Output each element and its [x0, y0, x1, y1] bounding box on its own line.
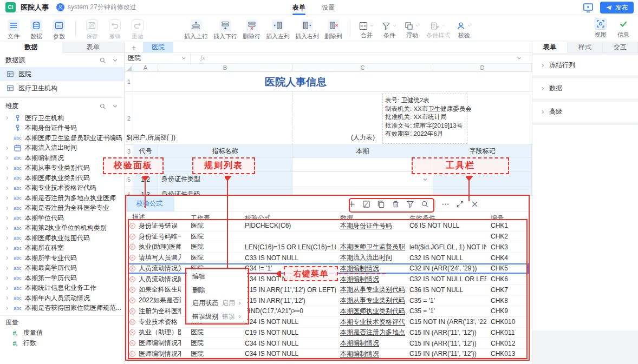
cell[interactable] — [433, 187, 532, 195]
sheet-tab-hospital[interactable]: 医院 — [143, 42, 173, 52]
chevron-down-icon[interactable] — [112, 103, 119, 110]
header-cell-current[interactable]: 本期 — [292, 145, 433, 157]
data-field-link[interactable]: 本期医师卫生监督员职业证书编码 — [340, 243, 405, 250]
toolbar-button-disabled[interactable]: 重做 — [126, 17, 149, 41]
toolbar-dropdown-button[interactable]: 校验 — [453, 18, 476, 39]
select-all-corner[interactable] — [125, 64, 133, 71]
toolbar-button[interactable]: 插入右列 — [292, 17, 322, 41]
dimension-item[interactable]: abc 本期第2执业单位的机构类别 — [0, 223, 124, 234]
datasource-item[interactable]: 医院 — [0, 67, 124, 81]
column-header-d[interactable]: D — [433, 64, 532, 71]
collapsible-section[interactable]: 数据 — [532, 78, 638, 98]
header-cell-fieldmark[interactable]: 字段标记 — [433, 145, 532, 157]
toolbar-dropdown-button[interactable]: 条件 — [378, 18, 401, 39]
plus-icon[interactable] — [348, 200, 356, 208]
data-field-link[interactable]: 本期从事专业类别代码 — [340, 286, 405, 293]
col-header-desc[interactable]: 描述 — [128, 214, 184, 220]
cell-name-box[interactable]: 医院 — [125, 53, 191, 63]
department-variable[interactable]: $(用户.所属部门) — [127, 133, 175, 142]
row-number[interactable]: 6 — [125, 187, 133, 195]
dimension-item[interactable]: abc 本期医师执业类别代码 — [0, 173, 124, 183]
chevron-down-icon[interactable] — [112, 57, 119, 64]
dimension-item[interactable]: abc 本期是否获得国家住院医师规范... — [0, 303, 124, 314]
dimension-item[interactable]: abc 本期医师卫生监督员职业证书编码 — [0, 133, 124, 143]
toolbar-button[interactable]: x= 参数 — [48, 17, 70, 41]
search-icon[interactable] — [99, 103, 106, 110]
right-tab-interaction[interactable]: 交互 — [603, 42, 638, 53]
cell[interactable] — [292, 158, 433, 171]
row-number[interactable]: 3 — [125, 145, 133, 158]
data-field-link[interactable]: 本期是否注册为多地点执业医师 — [340, 328, 405, 336]
input-cell-dropdown[interactable] — [292, 172, 433, 187]
indicator-cell[interactable]: 身份证件号码 — [158, 187, 292, 195]
info-button[interactable]: 信息 — [612, 15, 635, 39]
toolbar-button[interactable]: 插入上行 — [181, 17, 211, 41]
datasource-item[interactable]: 医疗卫生机构 — [0, 81, 124, 95]
sidebar-tab-form[interactable]: 表单 — [62, 42, 125, 53]
toolbar-button[interactable]: 删除行 — [240, 17, 263, 41]
right-tab-form[interactable]: 表单 — [532, 42, 568, 53]
context-menu-item[interactable]: 启用状态 启用 — [187, 296, 247, 310]
publish-button[interactable]: 发布 — [600, 2, 634, 14]
rule-row[interactable]: 执业(助理)医师须填15位 医院 LEN(C16)=15 OR LEN(C16)… — [128, 242, 529, 253]
measure-item[interactable]: #, 行数 — [0, 338, 124, 348]
row-number[interactable]: 1 — [125, 72, 133, 92]
col-header-code[interactable]: 编号 — [486, 214, 529, 220]
input-cell[interactable] — [292, 187, 433, 195]
toolbar-button[interactable]: 文件 — [2, 17, 25, 41]
dimension-item[interactable]: abc 本期所学专业代码 — [0, 253, 124, 263]
row-number[interactable]: 4 — [125, 158, 133, 172]
toolbar-dropdown-button[interactable]: 合并 — [355, 18, 378, 39]
header-cell-code[interactable]: 代号 — [133, 145, 158, 157]
sidebar-tab-data[interactable]: 数据 — [0, 42, 62, 53]
filter-icon[interactable] — [406, 200, 414, 208]
copy-icon[interactable] — [377, 200, 385, 208]
tab-settings[interactable]: 设置 — [322, 0, 335, 15]
col-header-condition[interactable]: 生效条件 — [405, 214, 486, 220]
collapsible-section[interactable]: 冻结行列 — [532, 55, 638, 75]
dimension-item[interactable]: abc 本期是否注册为全科医学专业 — [0, 203, 124, 214]
collapse-chevron-icon[interactable] — [516, 55, 522, 61]
preview-icon[interactable] — [583, 2, 594, 13]
view-button[interactable]: 视图 — [589, 15, 612, 39]
dimension-item[interactable]: abc 本期从事专业类别代码 — [0, 163, 124, 174]
toolbar-button[interactable]: 删除列 — [322, 17, 345, 41]
collapsible-section[interactable]: 高级 — [532, 102, 638, 122]
dimension-item[interactable]: 医疗卫生机构 — [0, 113, 124, 123]
expand-icon[interactable] — [456, 200, 464, 208]
toolbar-button-disabled[interactable]: 撤销 — [103, 17, 126, 41]
rule-row[interactable]: 身份证号错误 医院 PIDCHECK(C6) 本期身份证件号码 C6 IS NO… — [128, 221, 529, 231]
toolbar-dropdown-button[interactable]: 条件样式 — [424, 18, 453, 39]
cell[interactable] — [158, 158, 292, 171]
toolbar-button-disabled[interactable]: 保存 — [81, 17, 103, 41]
dimension-item[interactable]: abc 本期统计信息化业务工作 — [0, 283, 124, 294]
context-menu-item[interactable]: 删除 — [187, 283, 247, 297]
context-menu-item[interactable]: 错误级别 错误 — [187, 310, 247, 323]
rule-row[interactable]: 医师编制情况不能为空 医院 C34 IS NOT NULL 本期编制情况 C15… — [128, 349, 529, 360]
cell[interactable] — [133, 158, 158, 171]
dimension-item[interactable]: 本期身份证件号码 — [0, 123, 124, 134]
search-icon[interactable] — [421, 200, 429, 208]
report-info-block[interactable]: 表号: 卫健统2表制表机关: XX市卫生健康委员会批准机关: XX市统计局批准文… — [382, 94, 467, 144]
rule-row[interactable]: 医师编制情况不能为空 医院 C34 IS NOT NULL 本期编制情况 C15… — [128, 338, 529, 349]
toolbar-dropdown-button[interactable]: 浮动 — [401, 18, 424, 39]
rule-row[interactable]: 执业（助理）医师是否注 医院 C19 IS NOT NULL 本期是否注册为多地… — [128, 328, 529, 339]
dimension-item[interactable]: abc 本期专业技术资格评代码 — [0, 183, 124, 194]
rule-row[interactable]: 身份证号码唯一 医院 CHK2 — [128, 231, 529, 242]
dimension-item[interactable]: abc 本期医师执业范围代码 — [0, 233, 124, 243]
validation-formula-tab[interactable]: 校验公式 — [125, 196, 174, 211]
rule-row[interactable]: 请填写人员调入调出的时间 医院 C33 IS NOT NULL 本期流入流出时间… — [128, 253, 529, 263]
dimension-item[interactable]: abc 本期第一学历代码 — [0, 273, 124, 283]
more-icon[interactable] — [441, 200, 450, 208]
data-field-link[interactable]: 本期从事专业类别代码 — [340, 296, 405, 304]
code-cell[interactable]: 1.2 — [133, 172, 158, 187]
context-menu-item[interactable]: 编辑 — [187, 270, 247, 283]
data-field-link[interactable]: 本期编制情况 — [340, 275, 379, 283]
add-sheet-button[interactable]: + — [125, 42, 143, 52]
toolbar-button[interactable]: 插入左列 — [263, 17, 292, 41]
col-header-data[interactable]: 数据 — [336, 214, 405, 220]
row-number[interactable]: 5 — [125, 172, 133, 187]
column-header-a[interactable]: A — [133, 64, 158, 71]
right-tab-style[interactable]: 样式 — [568, 42, 603, 53]
dimension-item[interactable]: abc 本期是否注册为多地点执业医师 — [0, 193, 124, 203]
